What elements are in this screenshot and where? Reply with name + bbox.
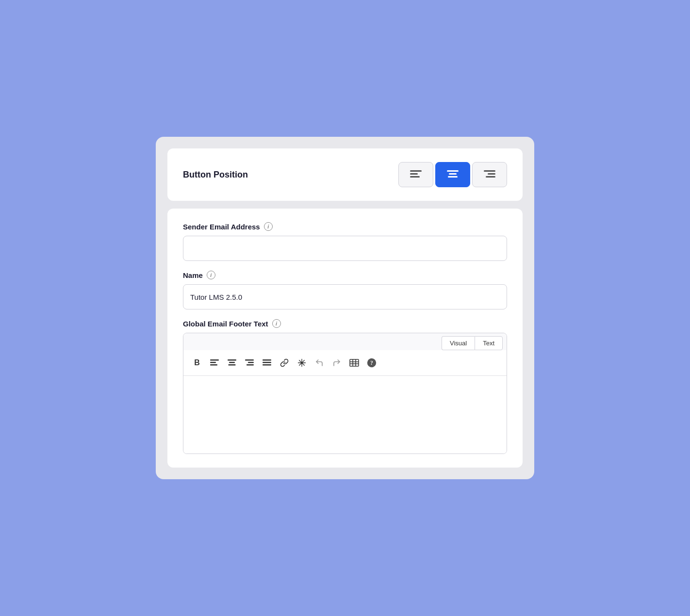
toolbar-bold-button[interactable]: B (189, 355, 205, 371)
align-left-button[interactable] (398, 162, 433, 187)
sender-email-group: Sender Email Address i (183, 222, 507, 261)
svg-rect-10 (210, 362, 216, 363)
tab-text[interactable]: Text (475, 336, 503, 350)
svg-rect-5 (448, 176, 458, 178)
svg-rect-6 (484, 170, 495, 172)
svg-rect-0 (410, 170, 422, 172)
button-position-title: Button Position (183, 170, 248, 180)
svg-rect-20 (263, 364, 271, 366)
toolbar-help-button[interactable]: ? (364, 355, 379, 371)
svg-rect-7 (488, 173, 495, 175)
toolbar-align-right-button[interactable] (242, 355, 257, 371)
sender-email-label: Sender Email Address i (183, 222, 507, 231)
editor-content-area[interactable] (183, 376, 507, 454)
svg-text:?: ? (370, 360, 373, 366)
button-position-card: Button Position (167, 148, 523, 201)
toolbar-special-button[interactable] (294, 355, 310, 371)
svg-rect-13 (229, 362, 235, 363)
name-info-icon: i (207, 271, 215, 279)
align-center-button[interactable] (435, 162, 470, 187)
svg-rect-9 (210, 359, 219, 361)
footer-text-info-icon: i (272, 319, 281, 328)
svg-rect-8 (486, 176, 495, 178)
svg-rect-17 (246, 364, 254, 366)
toolbar-align-left-button[interactable] (207, 355, 222, 371)
tab-visual[interactable]: Visual (442, 336, 475, 350)
outer-wrapper: Button Position (156, 137, 534, 479)
email-settings-card: Sender Email Address i Name i Global Ema… (167, 209, 523, 468)
svg-rect-11 (210, 364, 217, 366)
svg-rect-3 (447, 170, 459, 172)
align-right-button[interactable] (472, 162, 507, 187)
footer-text-group: Global Email Footer Text i Visual Text B (183, 319, 507, 454)
svg-rect-12 (228, 359, 236, 361)
svg-rect-14 (229, 364, 236, 366)
toolbar-link-button[interactable] (277, 355, 292, 371)
svg-rect-4 (449, 173, 457, 175)
rich-text-editor: Visual Text B (183, 333, 507, 454)
svg-rect-16 (248, 362, 254, 363)
sender-email-input[interactable] (183, 236, 507, 261)
toolbar-justify-button[interactable] (259, 355, 275, 371)
svg-rect-19 (263, 362, 271, 363)
svg-rect-2 (410, 176, 420, 178)
svg-rect-18 (263, 359, 271, 361)
svg-rect-1 (410, 173, 418, 175)
toolbar-redo-button[interactable] (329, 355, 345, 371)
svg-rect-15 (245, 359, 254, 361)
toolbar-table-button[interactable] (346, 355, 362, 371)
sender-email-info-icon: i (264, 222, 273, 231)
name-group: Name i (183, 271, 507, 309)
name-label: Name i (183, 271, 507, 279)
editor-toolbar: B (183, 350, 507, 376)
toolbar-align-center-button[interactable] (224, 355, 240, 371)
editor-tabs: Visual Text (183, 333, 507, 350)
svg-rect-26 (350, 359, 359, 366)
toolbar-undo-button[interactable] (312, 355, 327, 371)
name-input[interactable] (183, 284, 507, 309)
footer-text-label: Global Email Footer Text i (183, 319, 507, 328)
svg-point-25 (301, 362, 303, 364)
position-toggle-group (398, 162, 507, 187)
